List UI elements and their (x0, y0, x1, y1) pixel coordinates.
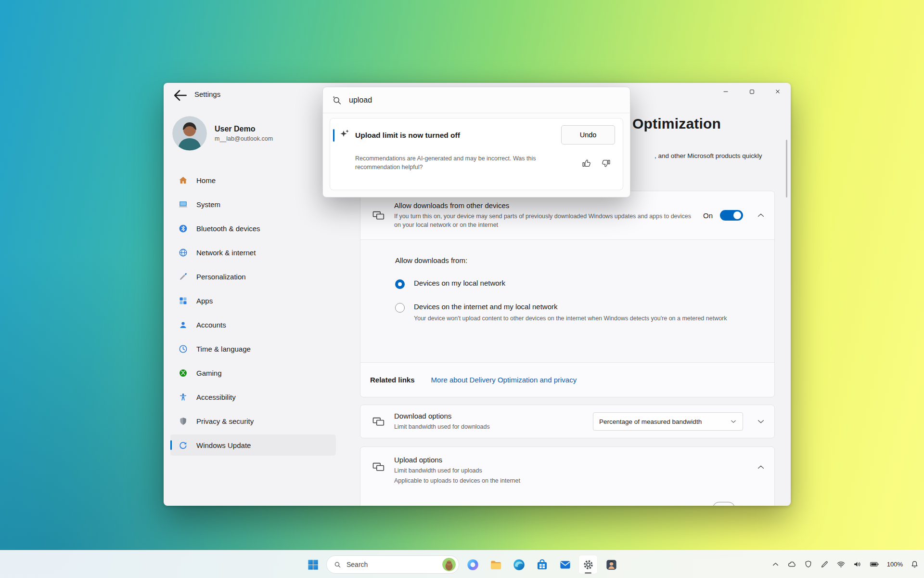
taskbar-search[interactable]: Search (326, 555, 459, 574)
chevron-up-icon[interactable] (756, 462, 766, 472)
chevron-down-icon[interactable] (756, 417, 766, 426)
radio-unselected-icon[interactable] (395, 303, 405, 313)
app-title: Settings (194, 90, 220, 98)
sidebar-item-home[interactable]: Home (170, 170, 336, 191)
radio-selected-icon[interactable] (395, 279, 405, 289)
gaming-icon (177, 367, 189, 379)
settings-search-input[interactable] (349, 96, 621, 105)
bandwidth-mode-dropdown[interactable]: Percentage of measured bandwidth (593, 412, 743, 431)
settings-taskbar-button[interactable] (578, 555, 598, 574)
sidebar-item-gaming[interactable]: Gaming (170, 362, 336, 383)
security-shield-icon[interactable] (804, 560, 813, 569)
setting-title: Allow downloads from other devices (394, 201, 694, 210)
feedback-buttons (581, 158, 611, 169)
copilot-button[interactable] (463, 555, 482, 574)
related-links-label: Related links (370, 376, 415, 384)
accounts-icon (177, 319, 189, 330)
allow-downloads-setting[interactable]: Allow downloads from other devices If yo… (360, 191, 774, 239)
start-button[interactable] (303, 555, 322, 574)
bell-icon[interactable] (910, 560, 919, 569)
user-profile[interactable]: User Demo m__lab@outlook.com (172, 116, 273, 151)
related-links-row: Related links More about Delivery Optimi… (360, 362, 774, 397)
sidebar-item-network[interactable]: Network & internet (170, 242, 336, 263)
search-sparkle-icon (332, 95, 342, 105)
copilot-icon (466, 558, 479, 571)
sidebar-item-accounts[interactable]: Accounts (170, 314, 336, 335)
caption-controls (713, 83, 791, 100)
network-icon (177, 247, 189, 258)
user-email: m__lab@outlook.com (215, 135, 273, 142)
edge-icon (513, 558, 526, 571)
chevron-up-icon[interactable] (756, 210, 766, 220)
sidebar: User Demo m__lab@outlook.com Home System… (164, 106, 343, 506)
sidebar-item-accessibility[interactable]: Accessibility (170, 386, 336, 407)
minimize-button[interactable] (713, 83, 739, 100)
delivery-optimization-privacy-link[interactable]: More about Delivery Optimization and pri… (431, 376, 577, 384)
pinned-person-app-icon (605, 558, 618, 571)
desktop: Settings (0, 0, 924, 578)
sidebar-item-bluetooth[interactable]: Bluetooth & devices (170, 218, 336, 239)
setting-note: Applicable to uploads to devices on the … (394, 477, 712, 484)
sidebar-item-windows-update[interactable]: Windows Update (170, 434, 336, 456)
onedrive-cloud-icon[interactable] (787, 560, 796, 569)
home-icon (177, 174, 189, 186)
sidebar-item-personalization[interactable]: Personalization (170, 266, 336, 287)
hidden-icons-chevron[interactable] (771, 560, 780, 569)
edge-button[interactable] (509, 555, 528, 574)
allow-downloads-toggle[interactable] (720, 210, 743, 221)
accent-bar (333, 129, 334, 142)
volume-icon[interactable] (853, 560, 862, 569)
file-explorer-icon (489, 558, 502, 571)
avatar (172, 116, 207, 151)
back-button[interactable] (171, 88, 189, 103)
allow-from-label: Allow downloads from: (395, 256, 760, 264)
toggle-state-label: On (703, 211, 713, 220)
undo-button[interactable]: Undo (561, 125, 615, 144)
pinned-person-app-button[interactable] (602, 555, 621, 574)
wifi-icon[interactable] (836, 560, 846, 569)
page-title: Optimization (632, 116, 721, 132)
search-input-row (323, 87, 630, 113)
outlook-button[interactable] (555, 555, 575, 574)
pen-icon[interactable] (820, 560, 829, 569)
upload-options-setting[interactable]: Upload options Limit bandwidth used for … (360, 447, 775, 506)
radio-option-local-network[interactable]: Devices on my local network (395, 279, 760, 289)
thumbs-up-button[interactable] (581, 158, 592, 169)
setting-description: Limit bandwidth used for uploads (394, 467, 712, 474)
search-flyout: Upload limit is now turned off Undo Reco… (322, 87, 630, 197)
settings-gear-icon (582, 558, 595, 571)
download-options-icon (371, 415, 385, 428)
ai-sparkle-icon (339, 128, 350, 140)
chevron-down-icon (730, 418, 737, 425)
dropdown-value: Percentage of measured bandwidth (599, 418, 702, 425)
sidebar-item-time-language[interactable]: Time & language (170, 338, 336, 359)
file-explorer-button[interactable] (486, 555, 505, 574)
devices-icon (371, 209, 385, 222)
apps-icon (177, 295, 189, 306)
personalization-icon (177, 271, 189, 282)
privacy-icon (177, 415, 189, 427)
battery-icon[interactable] (869, 560, 880, 569)
search-highlight-image (442, 558, 456, 571)
outlook-icon (559, 558, 572, 571)
start-icon (307, 558, 320, 571)
maximize-button[interactable] (739, 83, 765, 100)
system-tray: 100% (771, 551, 919, 578)
user-name: User Demo (215, 125, 273, 133)
sidebar-nav: Home System Bluetooth & devices Network … (170, 170, 336, 456)
thumbs-down-button[interactable] (601, 158, 611, 169)
recommendation-title: Upload limit is now turned off (355, 131, 460, 140)
scrollbar-thumb[interactable] (786, 140, 787, 197)
accessibility-icon (177, 391, 189, 403)
time-language-icon (177, 343, 189, 355)
sidebar-item-privacy[interactable]: Privacy & security (170, 410, 336, 432)
download-options-setting[interactable]: Download options Limit bandwidth used fo… (360, 405, 775, 438)
store-button[interactable] (532, 555, 552, 574)
sidebar-item-apps[interactable]: Apps (170, 290, 336, 311)
setting-title: Download options (394, 412, 584, 420)
sidebar-item-system[interactable]: System (170, 194, 336, 215)
radio-option-internet-network[interactable]: Devices on the internet and my local net… (395, 302, 760, 323)
close-button[interactable] (765, 83, 791, 100)
windows-update-icon (177, 439, 189, 451)
clipped-toggle[interactable] (713, 502, 735, 506)
